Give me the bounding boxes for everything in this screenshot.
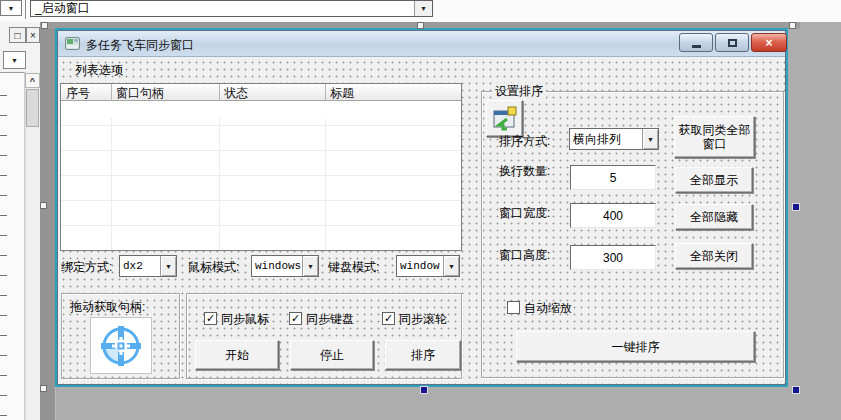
close-all-button[interactable]: 全部关闭 [675,243,753,269]
column-divider[interactable] [325,84,326,101]
window-width-label: 窗口宽度: [499,205,550,222]
column-header-title[interactable]: 标题 [325,85,354,102]
stop-button[interactable]: 停止 [290,340,374,370]
window-title: 多任务飞车同步窗口 [86,37,194,54]
sync-wheel-checkbox[interactable]: ✓ [382,312,395,325]
host-handle-top-right[interactable] [789,22,796,29]
startup-window-combobox[interactable]: _启动窗口 ▼ [30,0,433,17]
bind-mode-combobox[interactable]: dx2 ▼ [119,255,177,277]
sort-button[interactable]: 排序 [385,340,461,370]
sort-settings-group: 设置排序 排序方式: 横向排列 ▼ [481,91,784,378]
form-handle-right-middle[interactable] [792,203,800,211]
toolbar-divider [25,0,26,19]
form-selection-border: 多任务飞车同步窗口 × 列表选项 序号 窗口句柄 状态 标题 [55,28,788,387]
mouse-mode-combobox[interactable]: windows ▼ [251,255,319,277]
dropdown-arrow-glyph: ▼ [165,263,172,270]
column-gridline [111,118,112,250]
chevron-down-icon[interactable]: ▼ [414,1,432,16]
host-handle-bottom-left[interactable] [40,385,47,392]
chevron-down-icon[interactable]: ▼ [443,256,459,276]
column-gridline [325,118,326,250]
chevron-down-icon[interactable]: ▼ [642,129,658,149]
sort-mode-label: 排序方式: [499,133,550,150]
scrollbar-thumb[interactable] [26,89,39,127]
form-client-area: 列表选项 序号 窗口句柄 状态 标题 [58,57,785,384]
bind-mode-label: 绑定方式: [61,259,112,276]
drag-handle-label: 拖动获取句柄: [70,299,145,316]
drag-handle-target[interactable] [90,317,152,374]
column-gridline [219,118,220,250]
listview-header: 序号 窗口句柄 状态 标题 [61,84,461,101]
sync-mouse-label[interactable]: 同步鼠标 [221,311,269,328]
close-icon: × [765,36,772,50]
maximize-button[interactable] [715,33,749,52]
panel-combo-dropdown[interactable]: ▼ [3,51,26,69]
menu-item-list-options[interactable]: 列表选项 [75,62,123,79]
host-handle-top-center[interactable] [417,22,424,29]
sync-control-panel: ✓ 同步鼠标 ✓ 同步键盘 ✓ 同步滚轮 开始 停止 排序 [186,293,462,379]
auto-scale-label[interactable]: 自动缩放 [524,300,572,317]
form-handle-bottom-center[interactable] [420,386,428,394]
startup-window-value: _启动窗口 [31,0,414,17]
show-all-button[interactable]: 全部显示 [675,167,753,193]
dropdown-arrow-glyph: ▼ [11,57,18,64]
host-handle-left-middle[interactable] [40,202,47,209]
dropdown-arrow-glyph: ▼ [420,5,427,12]
check-icon: ✓ [384,312,393,325]
start-button[interactable]: 开始 [195,340,279,370]
up-arrow-icon: ^ [30,76,35,86]
window-arrange-icon-button[interactable] [486,100,523,137]
column-header-status[interactable]: 状态 [219,85,248,102]
window-listview[interactable]: 序号 窗口句柄 状态 标题 [60,83,462,251]
left-dock-panel: □ × ▼ ^ [0,22,40,420]
window-height-input[interactable]: 300 [570,245,656,270]
top-toolbar: ▼ _启动窗口 ▼ [0,0,841,22]
host-handle-top-left[interactable] [41,22,48,29]
window-arrange-icon [491,105,519,133]
window-titlebar[interactable]: 多任务飞车同步窗口 × [58,31,785,57]
scroll-up-button[interactable]: ^ [25,73,40,88]
wrap-count-label: 换行数量: [499,163,550,180]
sort-mode-value: 横向排列 [570,129,642,149]
form-handle-bottom-right[interactable] [792,386,800,394]
dropdown-arrow-glyph: ▼ [307,263,314,270]
column-divider[interactable] [219,84,220,101]
sync-keyboard-checkbox[interactable]: ✓ [289,312,302,325]
chevron-down-icon[interactable]: ▼ [302,256,318,276]
chevron-down-icon[interactable]: ▼ [160,256,176,276]
sync-mouse-checkbox[interactable]: ✓ [204,312,217,325]
wrap-count-input[interactable]: 5 [570,165,656,190]
column-divider[interactable] [111,84,112,101]
sort-settings-title: 设置排序 [492,83,546,100]
maximize-icon [728,39,737,47]
close-button[interactable]: × [751,33,787,52]
one-click-sort-button[interactable]: 一键排序 [516,331,755,362]
sort-mode-combobox[interactable]: 横向排列 ▼ [569,128,659,150]
hide-all-button[interactable]: 全部隐藏 [675,204,753,230]
keyboard-mode-combobox[interactable]: window ▼ [396,255,460,277]
auto-scale-checkbox[interactable] [507,301,520,314]
fetch-all-windows-button[interactable]: 获取同类全部窗口 [674,116,755,158]
window-width-input[interactable]: 400 [570,203,656,228]
close-icon: × [30,30,36,41]
window-app-icon [65,36,81,52]
window-height-label: 窗口高度: [499,247,550,264]
keyboard-mode-label: 键盘模式: [328,259,379,276]
panel-maximize-button[interactable]: □ [9,27,26,43]
bind-mode-value: dx2 [120,256,160,276]
sync-wheel-label[interactable]: 同步滚轮 [399,311,447,328]
dropdown-arrow-glyph: ▼ [647,136,654,143]
mouse-mode-label: 鼠标模式: [188,259,239,276]
sync-keyboard-label[interactable]: 同步键盘 [306,311,354,328]
minimize-button[interactable] [679,33,713,52]
column-header-handle[interactable]: 窗口句柄 [111,85,164,102]
panel-close-button[interactable]: × [26,27,40,43]
dropdown-arrow-glyph: ▼ [8,5,15,12]
maximize-icon: □ [14,30,20,41]
dropdown-arrow-glyph: ▼ [448,263,455,270]
minimize-icon [692,45,701,48]
chevron-down-icon[interactable]: ▼ [0,0,22,16]
column-header-index[interactable]: 序号 [61,85,90,102]
toolbox-list[interactable] [0,72,25,420]
mouse-mode-value: windows [252,256,302,276]
